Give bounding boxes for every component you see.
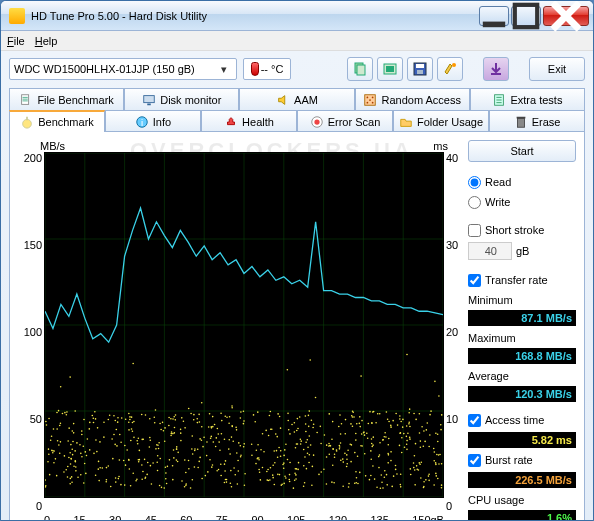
svg-point-689 — [423, 430, 425, 432]
x-axis: 0153045607590105120135150gB — [44, 512, 444, 521]
svg-point-552 — [399, 445, 401, 447]
svg-point-111 — [201, 439, 203, 441]
tab-aam[interactable]: AAM — [239, 88, 354, 110]
svg-point-153 — [172, 418, 174, 420]
svg-point-438 — [188, 408, 190, 410]
start-button[interactable]: Start — [468, 140, 576, 162]
svg-point-557 — [295, 468, 297, 470]
svg-point-613 — [419, 432, 421, 434]
svg-point-584 — [395, 465, 397, 467]
svg-point-355 — [80, 453, 82, 455]
svg-point-186 — [441, 463, 443, 465]
tab-extra-tests[interactable]: Extra tests — [470, 88, 585, 110]
svg-point-488 — [254, 421, 256, 423]
drive-select[interactable]: WDC WD1500HLHX-01JJP (150 gB) ▾ — [9, 58, 237, 80]
svg-point-118 — [71, 448, 73, 450]
options-button[interactable] — [437, 57, 463, 81]
svg-point-411 — [438, 454, 440, 456]
svg-point-176 — [125, 464, 127, 466]
svg-point-553 — [229, 453, 231, 455]
svg-point-140 — [120, 484, 122, 486]
access-time-check[interactable]: Access time — [468, 412, 576, 428]
svg-point-706 — [296, 430, 298, 432]
tab-erase[interactable]: Erase — [489, 110, 585, 132]
svg-point-71 — [243, 443, 245, 445]
svg-point-726 — [355, 439, 357, 441]
svg-point-309 — [429, 414, 431, 416]
svg-point-244 — [58, 444, 60, 446]
svg-point-139 — [199, 421, 201, 423]
svg-point-592 — [439, 454, 441, 456]
avg-label: Average — [468, 370, 576, 382]
svg-point-179 — [103, 421, 105, 423]
svg-point-588 — [424, 441, 426, 443]
svg-point-683 — [277, 413, 279, 415]
svg-point-699 — [295, 478, 297, 480]
tab-health[interactable]: Health — [201, 110, 297, 132]
svg-point-714 — [185, 485, 187, 487]
svg-point-79 — [406, 443, 408, 445]
svg-rect-22 — [26, 117, 28, 121]
svg-point-150 — [408, 421, 410, 423]
side-panel: Start Read Write Short stroke gB Transfe… — [468, 140, 576, 521]
svg-point-703 — [93, 422, 95, 424]
svg-point-371 — [309, 454, 311, 456]
svg-point-213 — [396, 473, 398, 475]
menu-file[interactable]: File — [7, 35, 25, 47]
svg-point-544 — [128, 459, 130, 461]
svg-point-407 — [332, 465, 334, 467]
svg-point-489 — [303, 485, 305, 487]
burst-rate-check[interactable]: Burst rate — [468, 452, 576, 468]
svg-point-414 — [60, 423, 62, 425]
svg-point-665 — [437, 478, 439, 480]
svg-point-76 — [236, 429, 238, 431]
svg-point-91 — [406, 440, 408, 442]
download-button[interactable] — [483, 57, 509, 81]
svg-point-648 — [260, 449, 262, 451]
tab-disk-monitor[interactable]: Disk monitor — [124, 88, 239, 110]
read-radio[interactable]: Read — [468, 174, 576, 190]
short-stroke-check[interactable]: Short stroke — [468, 222, 576, 238]
svg-point-283 — [201, 478, 203, 480]
tab-error-scan[interactable]: Error Scan — [297, 110, 393, 132]
menu-help[interactable]: Help — [35, 35, 58, 47]
maximize-button[interactable] — [511, 6, 541, 26]
svg-point-135 — [83, 482, 85, 484]
svg-point-405 — [274, 484, 276, 486]
tab-benchmark[interactable]: Benchmark — [9, 110, 105, 132]
svg-point-628 — [236, 452, 238, 454]
minimize-button[interactable] — [479, 6, 509, 26]
svg-point-659 — [399, 418, 401, 420]
svg-point-243 — [67, 440, 69, 442]
svg-point-657 — [361, 433, 363, 435]
svg-point-742 — [243, 411, 245, 413]
svg-point-625 — [95, 474, 97, 476]
copy-info-button[interactable] — [347, 57, 373, 81]
tab-random-access[interactable]: Random Access — [355, 88, 470, 110]
svg-point-704 — [371, 446, 373, 448]
svg-point-90 — [52, 452, 54, 454]
svg-point-267 — [68, 457, 70, 459]
titlebar[interactable]: HD Tune Pro 5.00 - Hard Disk Utility — [1, 1, 593, 31]
exit-button[interactable]: Exit — [529, 57, 585, 81]
save-button[interactable] — [407, 57, 433, 81]
svg-point-585 — [287, 420, 289, 422]
svg-point-658 — [71, 476, 73, 478]
tab-folder-usage[interactable]: Folder Usage — [393, 110, 489, 132]
screenshot-button[interactable] — [377, 57, 403, 81]
svg-point-208 — [131, 416, 133, 418]
svg-point-593 — [192, 453, 194, 455]
svg-point-454 — [224, 463, 226, 465]
window-title: HD Tune Pro 5.00 - Hard Disk Utility — [31, 10, 479, 22]
write-radio[interactable]: Write — [468, 194, 576, 210]
svg-point-743 — [197, 467, 199, 469]
svg-point-322 — [64, 412, 66, 414]
svg-point-674 — [345, 419, 347, 421]
short-stroke-value: gB — [468, 242, 576, 260]
tab-file-benchmark[interactable]: File Benchmark — [9, 88, 124, 110]
close-button[interactable] — [543, 6, 589, 26]
svg-point-587 — [136, 440, 138, 442]
transfer-rate-check[interactable]: Transfer rate — [468, 272, 576, 288]
svg-point-565 — [116, 429, 118, 431]
tab-info[interactable]: iInfo — [105, 110, 201, 132]
